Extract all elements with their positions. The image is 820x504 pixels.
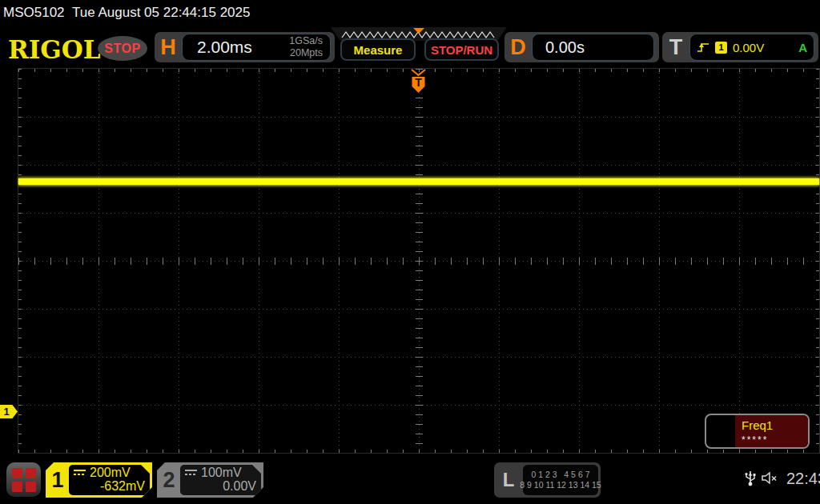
memory-position-pointer-icon[interactable] [413, 28, 424, 34]
speaker-muted-icon[interactable] [762, 471, 779, 488]
trigger-box[interactable]: 1 0.00V A [689, 34, 814, 61]
horizontal-settings-block[interactable]: H 2.00ms 1GSa/s 20Mpts [155, 32, 335, 62]
oscilloscope-screen: MSO5102 Tue August 05 22:44:15 2025 RIGO… [0, 0, 820, 504]
trigger-settings-block[interactable]: T 1 0.00V A [662, 32, 818, 62]
channel2-scale: 100mV [201, 466, 242, 480]
trigger-marker-letter: T [415, 76, 422, 89]
trigger-source-chip: 1 [715, 42, 727, 54]
trigger-label: T [662, 35, 689, 60]
quad-grid-icon [12, 468, 36, 492]
channel1-offset-marker[interactable]: 1 [0, 405, 18, 418]
measurement-title: Freq1 [742, 418, 773, 432]
timebase-box[interactable]: 2.00ms 1GSa/s 20Mpts [182, 34, 331, 61]
horizontal-label: H [155, 35, 182, 60]
dc-coupling-icon [74, 469, 86, 477]
stop-run-button[interactable]: STOP/RUN [424, 38, 499, 61]
run-state-badge: STOP [98, 36, 147, 61]
delay-settings-block[interactable]: D 0.00s [504, 32, 659, 62]
usb-icon [744, 469, 757, 490]
trigger-position-marker[interactable]: T [410, 69, 427, 95]
center-horizontal-axis-ticks [18, 258, 819, 265]
channel1-badge[interactable]: 1 200mV -632mV [46, 462, 152, 498]
logic-label: L [494, 462, 523, 498]
logic-row2: 8 9 10 11 12 13 14 15 [520, 480, 601, 490]
channel1-offset: -632mV [74, 479, 145, 494]
timebase-value: 2.00ms [183, 38, 289, 57]
channel1-number: 1 [46, 462, 70, 498]
top-status-bar: MSO5102 Tue August 05 22:44:15 2025 [0, 0, 820, 24]
acquisition-info: 1GSa/s 20Mpts [289, 35, 330, 59]
channel1-scale: 200mV [90, 466, 131, 480]
measure-button[interactable]: Measure [340, 38, 416, 61]
delay-value: 0.00s [533, 38, 585, 57]
sample-rate: 1GSa/s [289, 35, 323, 46]
dc-coupling-icon [185, 469, 197, 477]
waveform-graticule[interactable] [18, 68, 820, 454]
rising-edge-trigger-icon [697, 41, 709, 54]
trigger-sweep-mode-badge: A [798, 41, 807, 54]
delay-box[interactable]: 0.00s [532, 34, 654, 61]
quad-grid-button[interactable] [6, 462, 41, 497]
memory-depth: 20Mpts [290, 47, 323, 58]
rigol-logo: RIGOL [8, 35, 101, 64]
logic-channel-list: 0 1 2 3 4 5 6 7 8 9 10 11 12 13 14 15 [523, 465, 598, 495]
model-label: MSO5102 [3, 5, 65, 21]
logic-row1: 0 1 2 3 4 5 6 7 [532, 470, 590, 480]
measurement-value: ***** [742, 434, 768, 446]
measurement-panel[interactable]: Freq1 ***** [705, 414, 810, 449]
channel2-offset: 0.00V [185, 479, 256, 494]
channel2-number: 2 [157, 462, 181, 498]
delay-label: D [504, 35, 532, 60]
channel2-info: 100mV 0.00V [180, 465, 261, 495]
datetime-label: Tue August 05 22:44:15 2025 [72, 5, 250, 21]
clock-label: 22:43 [786, 470, 820, 488]
channel1-trace[interactable] [18, 178, 819, 185]
channel1-info: 200mV -632mV [69, 465, 150, 495]
logic-channels-badge[interactable]: L 0 1 2 3 4 5 6 7 8 9 10 11 12 13 14 15 [494, 462, 601, 498]
channel2-badge[interactable]: 2 100mV 0.00V [157, 462, 263, 498]
trigger-level-value: 0.00V [733, 41, 793, 54]
